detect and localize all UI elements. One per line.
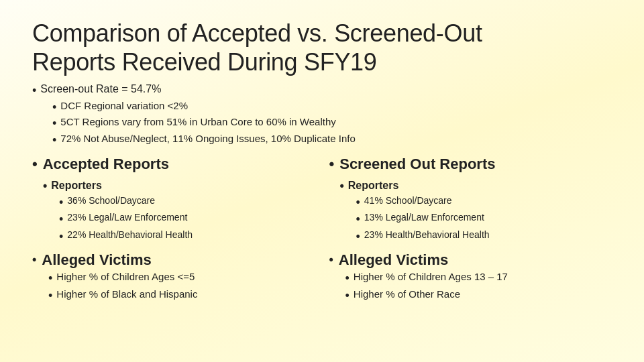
accepted-heading: • Accepted Reports: [32, 155, 315, 174]
bullet-dot: •: [345, 271, 350, 286]
bullet-dot: •: [52, 116, 56, 131]
screened-out-alleged-1-text: Higher % of Children Ages 13 – 17: [354, 271, 508, 282]
bullet-dot: •: [59, 212, 63, 227]
bullet-dot: •: [59, 195, 63, 210]
screened-out-reporter-3-text: 23% Health/Behavioral Health: [364, 229, 490, 240]
screened-out-alleged-2-text: Higher % of Other Race: [354, 288, 460, 300]
slide: Comparison of Accepted vs. Screened-Out …: [0, 0, 644, 362]
intro-section: • Screen-out Rate = 54.7% • DCF Regional…: [32, 83, 612, 148]
accepted-heading-text: Accepted Reports: [43, 156, 169, 173]
bullet-dot: •: [356, 229, 360, 245]
two-column-section: • Accepted Reports • Reporters • 36% Sch…: [32, 155, 612, 346]
accepted-reporter-3: • 22% Health/Behavioral Health: [32, 229, 315, 245]
accepted-alleged-1-text: Higher % of Children Ages <=5: [56, 271, 195, 282]
screened-out-reporters-heading-text: Reporters: [348, 180, 399, 192]
accepted-reporter-2: • 23% Legal/Law Enforcement: [32, 212, 315, 227]
bullet-dot: •: [345, 288, 350, 304]
screened-out-heading-text: Screened Out Reports: [339, 156, 495, 173]
accepted-reporter-1-text: 36% School/Daycare: [67, 195, 155, 206]
bullet-dot: •: [48, 288, 52, 304]
accepted-alleged-2: • Higher % of Black and Hispanic: [32, 288, 315, 304]
bullet-dot: •: [59, 229, 63, 245]
screened-out-column: • Screened Out Reports • Reporters • 41%…: [329, 155, 612, 346]
accepted-alleged-heading: • Alleged Victims: [32, 251, 315, 269]
intro-bullet1: • Screen-out Rate = 54.7%: [32, 83, 612, 99]
bullet-dot: •: [32, 155, 38, 174]
intro-bullet1-text: Screen-out Rate = 54.7%: [40, 83, 161, 95]
title-line2: Reports Received During SFY19: [32, 48, 377, 76]
intro-sub1-text: DCF Regional variation <2%: [60, 100, 188, 111]
intro-sub2-text: 5CT Regions vary from 51% in Urban Core …: [60, 116, 335, 127]
intro-sub3-text: 72% Not Abuse/Neglect, 11% Ongoing Issue…: [60, 133, 355, 144]
column-divider: [322, 155, 323, 346]
accepted-alleged-heading-text: Alleged Victims: [42, 251, 151, 269]
accepted-alleged-2-text: Higher % of Black and Hispanic: [56, 288, 197, 300]
screened-out-alleged-1: • Higher % of Children Ages 13 – 17: [329, 271, 612, 286]
intro-sub2: • 5CT Regions vary from 51% in Urban Cor…: [32, 116, 612, 131]
bullet-dot: •: [32, 83, 36, 99]
bullet-dot: •: [32, 252, 36, 267]
bullet-dot: •: [329, 252, 333, 267]
bullet-dot: •: [52, 133, 56, 148]
slide-title: Comparison of Accepted vs. Screened-Out …: [32, 19, 612, 76]
bullet-dot: •: [48, 271, 52, 286]
bullet-dot: •: [356, 212, 360, 227]
screened-out-reporter-2-text: 13% Legal/Law Enforcement: [364, 212, 484, 223]
screened-out-alleged-heading-text: Alleged Victims: [339, 251, 448, 269]
accepted-reporters-heading-text: Reporters: [51, 180, 102, 192]
title-line1: Comparison of Accepted vs. Screened-Out: [32, 19, 482, 47]
screened-out-reporters-heading: • Reporters: [329, 178, 612, 194]
accepted-reporter-2-text: 23% Legal/Law Enforcement: [67, 212, 187, 223]
intro-sub3: • 72% Not Abuse/Neglect, 11% Ongoing Iss…: [32, 133, 612, 148]
accepted-column: • Accepted Reports • Reporters • 36% Sch…: [32, 155, 315, 346]
screened-out-reporter-3: • 23% Health/Behavioral Health: [329, 229, 612, 245]
accepted-reporters-heading: • Reporters: [32, 178, 315, 194]
accepted-reporter-1: • 36% School/Daycare: [32, 195, 315, 210]
screened-out-reporter-2: • 13% Legal/Law Enforcement: [329, 212, 612, 227]
intro-sub1: • DCF Regional variation <2%: [32, 100, 612, 115]
bullet-dot: •: [329, 155, 335, 174]
bullet-dot: •: [340, 178, 344, 194]
screened-out-heading: • Screened Out Reports: [329, 155, 612, 174]
bullet-dot: •: [356, 195, 360, 210]
screened-out-alleged-2: • Higher % of Other Race: [329, 288, 612, 304]
bullet-dot: •: [43, 178, 47, 194]
screened-out-alleged-heading: • Alleged Victims: [329, 251, 612, 269]
accepted-reporter-3-text: 22% Health/Behavioral Health: [67, 229, 193, 240]
screened-out-reporter-1: • 41% School/Daycare: [329, 195, 612, 210]
bullet-dot: •: [52, 100, 56, 115]
screened-out-reporter-1-text: 41% School/Daycare: [364, 195, 452, 206]
accepted-alleged-1: • Higher % of Children Ages <=5: [32, 271, 315, 286]
